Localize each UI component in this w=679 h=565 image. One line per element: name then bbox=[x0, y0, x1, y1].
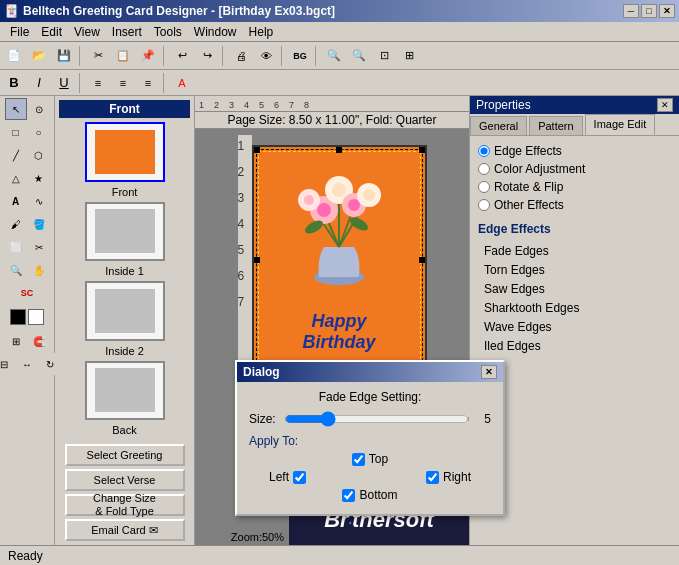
iled-edges-button[interactable]: Iled Edges bbox=[478, 337, 671, 355]
lasso-tool[interactable]: ⊙ bbox=[28, 98, 50, 120]
line-tool[interactable]: ╱ bbox=[5, 144, 27, 166]
top-checkbox[interactable] bbox=[352, 453, 365, 466]
zoom-out-button[interactable]: 🔍 bbox=[347, 45, 371, 67]
menu-help[interactable]: Help bbox=[243, 23, 280, 41]
saw-edges-button[interactable]: Saw Edges bbox=[478, 280, 671, 298]
undo-button[interactable]: ↩ bbox=[170, 45, 194, 67]
zoom-tool[interactable]: 🔍 bbox=[5, 259, 27, 281]
star-tool[interactable]: ★ bbox=[28, 167, 50, 189]
thumb-inside1[interactable] bbox=[85, 202, 165, 262]
bottom-checkbox-label[interactable]: Bottom bbox=[342, 488, 397, 502]
arrange-tool[interactable]: ⊟ bbox=[0, 353, 15, 375]
bold-button[interactable]: B bbox=[2, 72, 26, 94]
card-canvas[interactable]: HappyBirthday bbox=[252, 145, 427, 375]
thumb-inside2[interactable] bbox=[85, 281, 165, 341]
align-center-button[interactable]: ≡ bbox=[111, 72, 135, 94]
hand-tool[interactable]: ✋ bbox=[28, 259, 50, 281]
handle-lc[interactable] bbox=[254, 257, 260, 263]
cut-button[interactable]: ✂ bbox=[86, 45, 110, 67]
redo-button[interactable]: ↪ bbox=[195, 45, 219, 67]
sc-button[interactable]: SC bbox=[16, 282, 38, 304]
menu-file[interactable]: File bbox=[4, 23, 35, 41]
text-tool[interactable]: A bbox=[5, 190, 27, 212]
italic-button[interactable]: I bbox=[27, 72, 51, 94]
fade-edges-button[interactable]: Fade Edges bbox=[478, 242, 671, 260]
right-checkbox[interactable] bbox=[426, 471, 439, 484]
thumb-front[interactable] bbox=[85, 122, 165, 182]
zoom-in-button[interactable]: 🔍 bbox=[322, 45, 346, 67]
option-color-adjustment[interactable]: Color Adjustment bbox=[478, 162, 671, 176]
left-checkbox[interactable] bbox=[293, 471, 306, 484]
snap-tool[interactable]: 🧲 bbox=[28, 330, 50, 352]
flip-tool[interactable]: ↔ bbox=[16, 353, 38, 375]
menu-view[interactable]: View bbox=[68, 23, 106, 41]
print-button[interactable]: 🖨 bbox=[229, 45, 253, 67]
ellipse-tool[interactable]: ○ bbox=[28, 121, 50, 143]
handle-tr[interactable] bbox=[419, 147, 425, 153]
bg-button[interactable]: BG bbox=[288, 45, 312, 67]
minimize-button[interactable]: ─ bbox=[623, 4, 639, 18]
rect-tool[interactable]: □ bbox=[5, 121, 27, 143]
handle-tl[interactable] bbox=[254, 147, 260, 153]
menu-edit[interactable]: Edit bbox=[35, 23, 68, 41]
zoom-100-button[interactable]: ⊞ bbox=[397, 45, 421, 67]
dialog-body: Fade Edge Setting: Size: 5 Apply To: Top bbox=[237, 382, 503, 514]
title-bar-buttons[interactable]: ─ □ ✕ bbox=[623, 4, 675, 18]
new-button[interactable]: 📄 bbox=[2, 45, 26, 67]
paste-button[interactable]: 📌 bbox=[136, 45, 160, 67]
handle-tc[interactable] bbox=[336, 147, 342, 153]
copy-button[interactable]: 📋 bbox=[111, 45, 135, 67]
wave-edges-button[interactable]: Wave Edges bbox=[478, 318, 671, 336]
thumb-back[interactable] bbox=[85, 361, 165, 421]
size-slider[interactable] bbox=[285, 411, 469, 427]
crop-tool[interactable]: ✂ bbox=[28, 236, 50, 258]
radio-other-effects[interactable] bbox=[478, 199, 490, 211]
fill-tool[interactable]: 🪣 bbox=[28, 213, 50, 235]
grid-tool[interactable]: ⊞ bbox=[5, 330, 27, 352]
save-button[interactable]: 💾 bbox=[52, 45, 76, 67]
option-rotate-flip[interactable]: Rotate & Flip bbox=[478, 180, 671, 194]
menu-window[interactable]: Window bbox=[188, 23, 243, 41]
radio-rotate-flip[interactable] bbox=[478, 181, 490, 193]
close-button[interactable]: ✕ bbox=[659, 4, 675, 18]
menu-insert[interactable]: Insert bbox=[106, 23, 148, 41]
paint-tool[interactable]: 🖌 bbox=[5, 213, 27, 235]
bottom-checkbox[interactable] bbox=[342, 489, 355, 502]
eraser-tool[interactable]: ⬜ bbox=[5, 236, 27, 258]
tab-pattern[interactable]: Pattern bbox=[529, 116, 582, 135]
option-other-effects[interactable]: Other Effects bbox=[478, 198, 671, 212]
left-checkbox-label[interactable]: Left bbox=[269, 470, 306, 484]
right-checkbox-label[interactable]: Right bbox=[426, 470, 471, 484]
underline-button[interactable]: U bbox=[52, 72, 76, 94]
top-checkbox-label[interactable]: Top bbox=[352, 452, 388, 466]
sharktooth-edges-button[interactable]: Sharktooth Edges bbox=[478, 299, 671, 317]
fg-color[interactable] bbox=[10, 309, 26, 325]
align-left-button[interactable]: ≡ bbox=[86, 72, 110, 94]
maximize-button[interactable]: □ bbox=[641, 4, 657, 18]
triangle-tool[interactable]: △ bbox=[5, 167, 27, 189]
preview-button[interactable]: 👁 bbox=[254, 45, 278, 67]
dialog-close-button[interactable]: ✕ bbox=[481, 365, 497, 379]
email-card-button[interactable]: Email Card ✉ bbox=[65, 519, 185, 541]
select-verse-button[interactable]: Select Verse bbox=[65, 469, 185, 491]
poly-tool[interactable]: ⬡ bbox=[28, 144, 50, 166]
tab-general[interactable]: General bbox=[470, 116, 527, 135]
torn-edges-button[interactable]: Torn Edges bbox=[478, 261, 671, 279]
color-button[interactable]: A bbox=[170, 72, 194, 94]
select-tool[interactable]: ↖ bbox=[5, 98, 27, 120]
radio-color-adjustment[interactable] bbox=[478, 163, 490, 175]
size-slider-track[interactable] bbox=[285, 417, 469, 421]
tab-image-edit[interactable]: Image Edit bbox=[585, 114, 656, 135]
bg-color[interactable] bbox=[28, 309, 44, 325]
change-size-button[interactable]: Change Size& Fold Type bbox=[65, 494, 185, 516]
open-button[interactable]: 📂 bbox=[27, 45, 51, 67]
menu-tools[interactable]: Tools bbox=[148, 23, 188, 41]
radio-edge-effects[interactable] bbox=[478, 145, 490, 157]
curve-tool[interactable]: ∿ bbox=[28, 190, 50, 212]
select-greeting-button[interactable]: Select Greeting bbox=[65, 444, 185, 466]
align-right-button[interactable]: ≡ bbox=[136, 72, 160, 94]
zoom-fit-button[interactable]: ⊡ bbox=[372, 45, 396, 67]
properties-close-button[interactable]: ✕ bbox=[657, 98, 673, 112]
handle-rc[interactable] bbox=[419, 257, 425, 263]
option-edge-effects[interactable]: Edge Effects bbox=[478, 144, 671, 158]
